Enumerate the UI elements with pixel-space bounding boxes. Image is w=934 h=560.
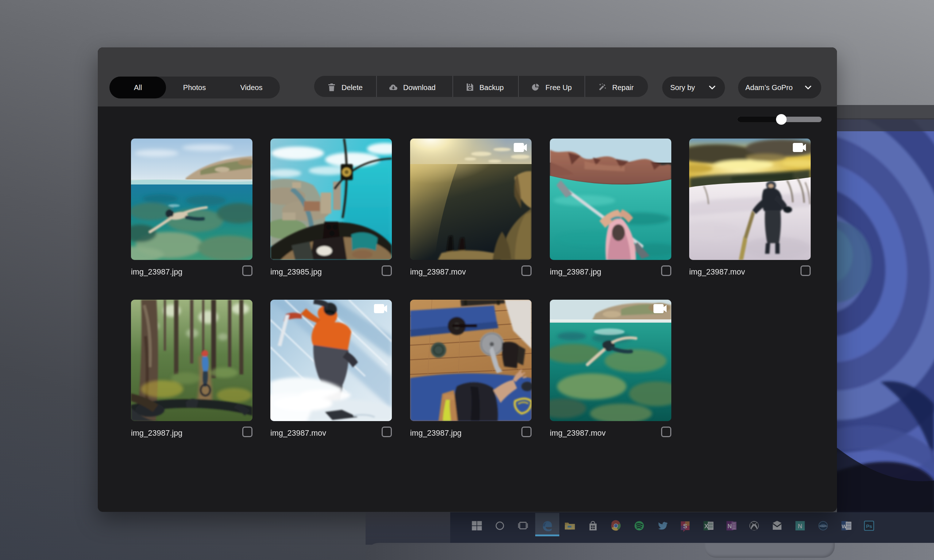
svg-text:N: N (727, 523, 732, 529)
svg-text:W: W (842, 523, 847, 529)
svg-text:SONOS: SONOS (819, 525, 827, 527)
svg-text:S: S (683, 523, 687, 530)
svg-text:Ps: Ps (866, 523, 872, 529)
svg-text:X: X (704, 523, 709, 529)
svg-text:N: N (798, 523, 802, 530)
